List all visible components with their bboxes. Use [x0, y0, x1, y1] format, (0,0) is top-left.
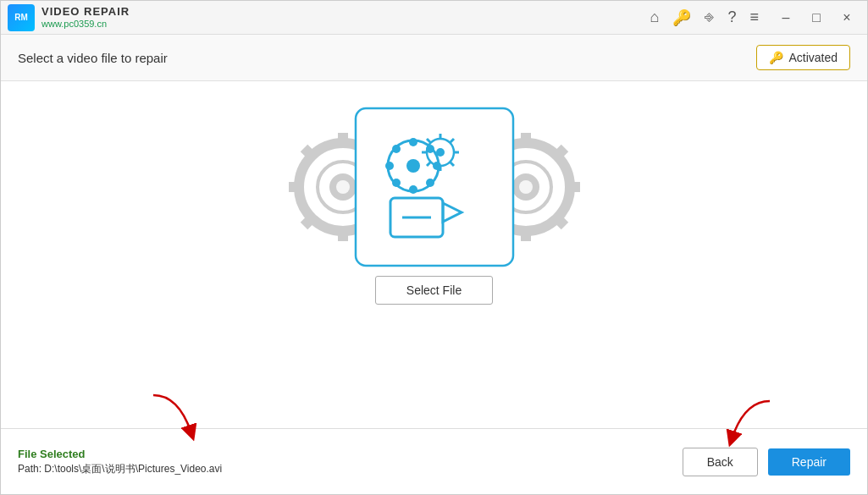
home-icon[interactable]: ⌂	[650, 8, 660, 26]
svg-rect-24	[356, 108, 513, 266]
file-info: File Selected Path: D:\tools\桌面\说明书\Pict…	[18, 448, 222, 476]
key-icon-activated: 🔑	[769, 51, 783, 64]
select-file-button[interactable]: Select File	[375, 276, 493, 305]
title-bar-left: RM VIDEO REPAIR www.pc0359.cn	[8, 4, 130, 31]
illustration-container	[265, 98, 604, 276]
svg-point-26	[406, 159, 420, 173]
title-text-block: VIDEO REPAIR www.pc0359.cn	[41, 6, 130, 28]
bottom-buttons: Back Repair	[683, 448, 850, 476]
key-lock-icon[interactable]: 🔑	[672, 8, 691, 27]
svg-line-6	[304, 148, 312, 156]
svg-line-19	[557, 148, 565, 156]
repair-illustration	[265, 98, 604, 276]
svg-point-23	[519, 180, 533, 194]
help-icon[interactable]: ?	[727, 8, 736, 26]
svg-point-34	[426, 179, 434, 187]
action-bar: Select a video file to repair 🔑 Activate…	[1, 35, 867, 81]
repair-button[interactable]: Repair	[768, 448, 850, 476]
minimize-button[interactable]: –	[772, 6, 799, 30]
svg-line-8	[304, 218, 312, 226]
maximize-button[interactable]: □	[803, 6, 830, 30]
svg-point-11	[336, 180, 350, 194]
title-bar-right: ⌂ 🔑 ⎆ ? ≡ – □ ×	[650, 6, 860, 30]
bottom-bar: File Selected Path: D:\tools\桌面\说明书\Pict…	[1, 428, 867, 494]
svg-point-28	[409, 185, 417, 194]
svg-point-44	[436, 148, 445, 157]
select-video-label: Select a video file to repair	[18, 51, 168, 65]
svg-point-33	[392, 179, 401, 187]
app-logo: RM	[8, 4, 35, 31]
share-icon[interactable]: ⎆	[705, 8, 714, 26]
main-content: Select File	[1, 81, 867, 428]
activated-button[interactable]: 🔑 Activated	[756, 45, 850, 70]
svg-line-21	[557, 218, 565, 226]
logo-text: RM	[14, 13, 28, 22]
back-button[interactable]: Back	[683, 448, 758, 476]
activated-label: Activated	[788, 51, 838, 64]
svg-point-31	[392, 145, 401, 153]
file-path: Path: D:\tools\桌面\说明书\Pictures_Video.avi	[18, 462, 222, 476]
file-selected-label: File Selected	[18, 448, 222, 460]
svg-point-29	[385, 162, 394, 170]
app-subtitle: www.pc0359.cn	[41, 19, 130, 29]
window-controls: – □ ×	[772, 6, 860, 30]
main-window: RM VIDEO REPAIR www.pc0359.cn ⌂ 🔑 ⎆ ? ≡ …	[0, 0, 868, 495]
menu-icon[interactable]: ≡	[749, 8, 759, 26]
svg-point-27	[409, 138, 417, 146]
app-title: VIDEO REPAIR	[41, 6, 130, 18]
title-bar: RM VIDEO REPAIR www.pc0359.cn ⌂ 🔑 ⎆ ? ≡ …	[1, 1, 867, 35]
close-button[interactable]: ×	[833, 6, 860, 30]
